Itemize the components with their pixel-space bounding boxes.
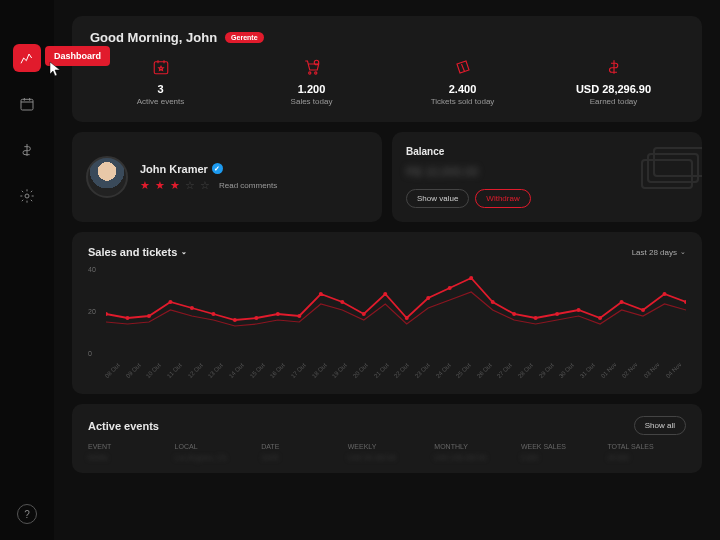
svg-point-24 [426, 296, 430, 300]
svg-point-11 [147, 314, 151, 318]
table-header: EVENTLOCALDATEWEEKLYMONTHLYWEEK SALESTOT… [88, 443, 686, 450]
stat-tickets-sold: 2.400 Tickets sold today [392, 57, 533, 106]
x-tick: 29 Out [538, 362, 555, 379]
svg-point-29 [534, 316, 538, 320]
svg-point-4 [314, 72, 316, 74]
x-tick: 09 Out [125, 362, 142, 379]
nav-calendar[interactable] [13, 90, 41, 118]
x-tick: 27 Out [496, 362, 513, 379]
column-header: WEEK SALES [521, 443, 600, 450]
x-tick: 02 Nov [621, 361, 639, 379]
table-row: MisfitsLos Angeles, CA10/05USD 90,280.80… [88, 454, 686, 461]
show-all-button[interactable]: Show all [634, 416, 686, 435]
avatar [86, 156, 128, 198]
nav-settings[interactable] [13, 182, 41, 210]
nav-dashboard[interactable]: Dashboard [13, 44, 41, 72]
column-header: MONTHLY [434, 443, 513, 450]
cell: 10/05 [261, 454, 340, 461]
x-tick: 24 Out [434, 362, 451, 379]
svg-point-15 [233, 318, 237, 322]
sidebar: Dashboard ? [0, 0, 54, 540]
y-tick: 20 [88, 308, 96, 315]
profile-name: John Kramer [140, 163, 208, 175]
hero-card: Good Morning, John Gerente 3 Active even… [72, 16, 702, 122]
svg-point-33 [620, 300, 624, 304]
x-tick: 04 Nov [665, 361, 683, 379]
svg-point-35 [663, 292, 667, 296]
star-icon: ★ [170, 179, 180, 192]
x-tick: 31 Out [579, 362, 596, 379]
show-value-button[interactable]: Show value [406, 189, 469, 208]
chart-title[interactable]: Sales and tickets ⌄ [88, 246, 187, 258]
svg-point-10 [125, 316, 129, 320]
x-tick: 30 Out [558, 362, 575, 379]
cell: 20,000 [607, 454, 686, 461]
svg-point-14 [211, 312, 215, 316]
svg-point-17 [276, 312, 280, 316]
nav-dashboard-label: Dashboard [45, 46, 110, 66]
svg-point-18 [297, 314, 301, 318]
y-tick: 40 [88, 266, 96, 273]
x-tick: 22 Out [393, 362, 410, 379]
rating: ★ ★ ★ ☆ ☆ Read comments [140, 179, 277, 192]
svg-point-22 [383, 292, 387, 296]
x-tick: 08 Out [104, 362, 121, 379]
x-tick: 01 Nov [600, 361, 618, 379]
withdraw-button[interactable]: Withdraw [475, 189, 530, 208]
x-tick: 19 Out [331, 362, 348, 379]
stat-label: Tickets sold today [392, 97, 533, 106]
svg-point-34 [641, 308, 645, 312]
x-tick: 26 Out [476, 362, 493, 379]
column-header: WEEKLY [348, 443, 427, 450]
x-tick: 10 Out [145, 362, 162, 379]
main-content: Good Morning, John Gerente 3 Active even… [54, 0, 720, 540]
svg-point-30 [555, 312, 559, 316]
profile-card: John Kramer ✓ ★ ★ ★ ☆ ☆ Read comments [72, 132, 382, 222]
stat-label: Sales today [241, 97, 382, 106]
chevron-down-icon: ⌄ [181, 248, 187, 256]
calendar-star-icon [90, 57, 231, 77]
x-tick: 18 Out [310, 362, 327, 379]
stat-value: 2.400 [392, 83, 533, 95]
role-pill: Gerente [225, 32, 263, 43]
chart-svg [106, 268, 686, 358]
svg-point-12 [168, 300, 172, 304]
svg-point-31 [577, 308, 581, 312]
column-header: EVENT [88, 443, 167, 450]
read-comments-link[interactable]: Read comments [219, 181, 277, 190]
cell: USD 200,280.00 [434, 454, 513, 461]
x-tick: 16 Out [269, 362, 286, 379]
events-title: Active events [88, 420, 159, 432]
svg-point-19 [319, 292, 323, 296]
svg-point-20 [340, 300, 344, 304]
x-tick: 28 Out [517, 362, 534, 379]
svg-point-26 [469, 276, 473, 280]
nav-finance[interactable] [13, 136, 41, 164]
x-tick: 15 Out [248, 362, 265, 379]
svg-point-13 [190, 306, 194, 310]
stat-sales-today: 1.200 Sales today [241, 57, 382, 106]
chart-card: Sales and tickets ⌄ Last 28 days ⌄ 40 20… [72, 232, 702, 394]
svg-rect-0 [21, 99, 33, 110]
x-tick: 13 Out [207, 362, 224, 379]
column-header: DATE [261, 443, 340, 450]
column-header: TOTAL SALES [607, 443, 686, 450]
star-empty-icon: ☆ [185, 179, 195, 192]
x-tick: 25 Out [455, 362, 472, 379]
x-tick: 12 Out [187, 362, 204, 379]
active-events-card: Active events Show all EVENTLOCALDATEWEE… [72, 404, 702, 473]
svg-point-3 [308, 72, 310, 74]
star-icon: ★ [140, 179, 150, 192]
x-tick: 14 Out [228, 362, 245, 379]
range-selector[interactable]: Last 28 days ⌄ [632, 248, 686, 257]
help-button[interactable]: ? [17, 504, 37, 524]
cell: 5,000 [521, 454, 600, 461]
x-tick: 23 Out [414, 362, 431, 379]
greeting: Good Morning, John [90, 30, 217, 45]
svg-rect-2 [154, 62, 168, 74]
stat-earned-today: USD 28,296.90 Earned today [543, 57, 684, 106]
svg-point-9 [106, 312, 108, 316]
ticket-icon [392, 57, 533, 77]
stat-value: USD 28,296.90 [543, 83, 684, 95]
svg-point-32 [598, 316, 602, 320]
